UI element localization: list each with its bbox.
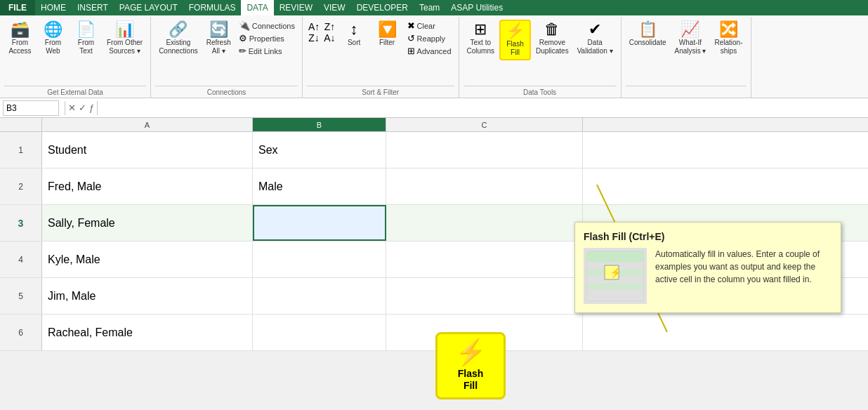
- from-other-icon: 📊: [115, 22, 134, 37]
- row-header-2: 2: [0, 168, 42, 204]
- formula-bar: B3 ✕ ✓ ƒ: [0, 98, 868, 118]
- row-header-6: 6: [0, 315, 42, 350]
- cell-c4[interactable]: [386, 242, 583, 277]
- reapply-icon: ↺: [407, 33, 415, 44]
- flash-fill-ribbon-button[interactable]: ⚡ FlashFill: [499, 20, 531, 60]
- consolidate-button[interactable]: 📋 Consolidate: [626, 20, 670, 49]
- refresh-all-button[interactable]: 🔄 RefreshAll ▾: [203, 20, 235, 58]
- from-web-label: FromWeb: [45, 39, 61, 55]
- formula-confirm-icon[interactable]: ✓: [79, 102, 86, 113]
- table-row: 2 Fred, Male Male: [0, 168, 868, 205]
- cell-b2[interactable]: Male: [253, 168, 386, 204]
- menu-home[interactable]: HOME: [35, 0, 72, 15]
- from-text-button[interactable]: 📄 FromText: [70, 20, 102, 58]
- relationships-label: Relation-ships: [714, 39, 742, 55]
- menu-asap[interactable]: ASAP Utilities: [445, 0, 508, 15]
- table-row: 6 Racheal, Female: [0, 315, 868, 351]
- svg-text:⚡: ⚡: [610, 267, 622, 279]
- clear-button[interactable]: ✖ Clear: [405, 20, 438, 32]
- flash-fill-tooltip: Flash Fill (Ctrl+E) ⚡: [574, 222, 841, 313]
- file-menu[interactable]: FILE: [0, 0, 35, 15]
- advanced-icon: ⊞: [407, 46, 415, 56]
- cell-a1[interactable]: Student: [42, 132, 253, 168]
- cell-a6[interactable]: Racheal, Female: [42, 315, 253, 350]
- formula-icons: ✕ ✓ ƒ: [68, 102, 94, 113]
- cell-reference-input[interactable]: B3: [3, 100, 59, 116]
- from-other-sources-button[interactable]: 📊 From OtherSources ▾: [103, 20, 146, 58]
- what-if-button[interactable]: 📈 What-IfAnalysis ▾: [671, 20, 709, 58]
- col-header-a[interactable]: A: [42, 118, 253, 131]
- data-tools-group-label: Data Tools: [463, 86, 617, 96]
- menu-review[interactable]: REVIEW: [274, 0, 318, 15]
- existing-connections-button[interactable]: 🔗 ExistingConnections: [155, 20, 202, 58]
- menu-page-layout[interactable]: PAGE LAYOUT: [114, 0, 183, 15]
- menu-developer[interactable]: DEVELOPER: [351, 0, 414, 15]
- properties-button[interactable]: ⚙ Properties: [236, 32, 287, 44]
- filter-small-buttons: ✖ Clear ↺ Reapply ⊞ Advanced: [405, 20, 454, 57]
- ribbon-group-extra-tools: 📋 Consolidate 📈 What-IfAnalysis ▾ 🔀 Rela…: [622, 17, 751, 98]
- cell-b3[interactable]: [253, 205, 386, 241]
- menu-formulas[interactable]: FORMULAS: [183, 0, 242, 15]
- clear-icon: ✖: [407, 20, 415, 31]
- cell-c2[interactable]: [386, 168, 583, 204]
- advanced-button[interactable]: ⊞ Advanced: [405, 45, 454, 57]
- edit-links-label: Edit Links: [249, 47, 282, 55]
- cell-b5[interactable]: [253, 278, 386, 314]
- menu-bar: FILE HOME INSERT PAGE LAYOUT FORMULAS DA…: [0, 0, 868, 15]
- extra-tools-group-label: [626, 86, 747, 96]
- filter-button[interactable]: 🔽 Filter: [371, 20, 403, 49]
- table-row: 1 Student Sex: [0, 132, 868, 168]
- formula-divider2: [97, 101, 98, 115]
- cell-b4[interactable]: [253, 242, 386, 277]
- menu-view[interactable]: VIEW: [318, 0, 351, 15]
- cell-b6[interactable]: [253, 315, 386, 350]
- svg-rect-3: [587, 251, 643, 262]
- sort-label: Sort: [348, 39, 360, 47]
- edit-links-icon: ✏: [239, 46, 246, 56]
- menu-insert[interactable]: INSERT: [72, 0, 114, 15]
- relationships-button[interactable]: 🔀 Relation-ships: [711, 20, 746, 58]
- col-header-b[interactable]: B: [253, 118, 386, 131]
- cell-a4[interactable]: Kyle, Male: [42, 242, 253, 277]
- what-if-icon: 📈: [680, 22, 699, 37]
- sort-button[interactable]: ↕️ Sort: [338, 20, 370, 49]
- text-to-columns-label: Text toColumns: [467, 39, 494, 55]
- properties-label: Properties: [249, 34, 284, 43]
- remove-duplicates-button[interactable]: 🗑 RemoveDuplicates: [532, 20, 572, 58]
- connections-button[interactable]: 🔌 Connections: [236, 20, 298, 32]
- data-validation-button[interactable]: ✔ DataValidation ▾: [574, 20, 617, 58]
- clear-label: Clear: [417, 22, 435, 30]
- cell-c1[interactable]: [386, 132, 583, 168]
- ribbon: 🗃️ FromAccess 🌐 FromWeb 📄 FromText 📊 Fro…: [0, 15, 868, 98]
- cell-c5[interactable]: [386, 278, 583, 314]
- ribbon-group-external-data: 🗃️ FromAccess 🌐 FromWeb 📄 FromText 📊 Fro…: [0, 17, 151, 98]
- text-to-columns-button[interactable]: ⊞ Text toColumns: [463, 20, 498, 58]
- from-text-label: FromText: [78, 39, 94, 55]
- data-validation-icon: ✔: [588, 22, 601, 37]
- formula-cancel-icon[interactable]: ✕: [68, 102, 76, 113]
- flash-fill-overlay-button[interactable]: ⚡ FlashFill: [435, 332, 506, 399]
- from-web-button[interactable]: 🌐 FromWeb: [37, 20, 69, 58]
- flash-fill-overlay-icon: ⚡: [455, 340, 487, 365]
- formula-input[interactable]: [100, 102, 865, 114]
- sort-filter-group-label: Sort & Filter: [307, 86, 454, 96]
- cell-c3[interactable]: [386, 205, 583, 241]
- formula-function-icon[interactable]: ƒ: [89, 102, 94, 113]
- cell-a2[interactable]: Fred, Male: [42, 168, 253, 204]
- cell-a5[interactable]: Jim, Male: [42, 278, 253, 314]
- edit-links-button[interactable]: ✏ Edit Links: [236, 45, 285, 57]
- properties-icon: ⚙: [239, 33, 247, 44]
- menu-team[interactable]: Team: [414, 0, 445, 15]
- existing-connections-icon: 🔗: [169, 22, 188, 37]
- extra-tools-buttons: 📋 Consolidate 📈 What-IfAnalysis ▾ 🔀 Rela…: [626, 20, 747, 86]
- from-access-button[interactable]: 🗃️ FromAccess: [4, 20, 36, 58]
- col-header-c[interactable]: C: [386, 118, 583, 131]
- relationships-icon: 🔀: [719, 22, 738, 37]
- reapply-button[interactable]: ↺ Reapply: [405, 32, 448, 44]
- cell-b1[interactable]: Sex: [253, 132, 386, 168]
- row-header-4: 4: [0, 242, 42, 277]
- menu-data[interactable]: DATA: [241, 0, 273, 15]
- spreadsheet: A B C 1 Student Sex 2 Fred, Male Male 3 …: [0, 118, 868, 351]
- svg-rect-7: [587, 283, 643, 290]
- cell-a3[interactable]: Sally, Female: [42, 205, 253, 241]
